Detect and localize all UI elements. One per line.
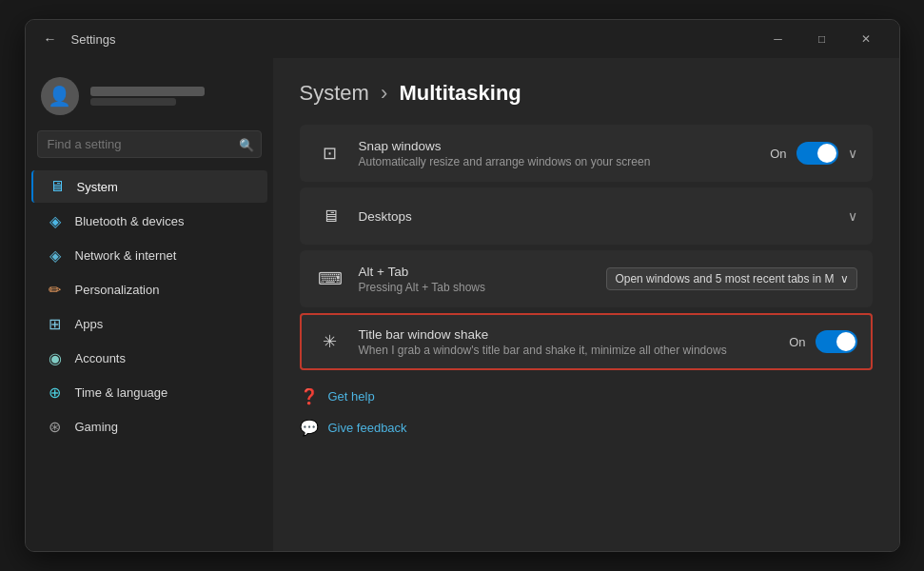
sidebar-item-personalization[interactable]: ✏ Personalization (31, 273, 267, 305)
sidebar: 👤 🔍 🖥 System ◈ Bluetooth & devices (26, 58, 273, 551)
sidebar-item-system[interactable]: 🖥 System (31, 170, 267, 203)
avatar: 👤 (41, 77, 79, 115)
page-title: System › Multitasking (300, 81, 873, 106)
main-content: 👤 🔍 🖥 System ◈ Bluetooth & devices (26, 58, 899, 551)
snap-windows-subtitle: Automatically resize and arrange windows… (359, 155, 757, 168)
alt-tab-row[interactable]: ⌨ Alt + Tab Pressing Alt + Tab shows Ope… (300, 250, 873, 307)
accounts-icon: ◉ (47, 349, 64, 366)
title-bar-toggle[interactable] (816, 330, 857, 353)
main-area: System › Multitasking ⊡ Snap windows Aut… (273, 58, 899, 551)
title-bar-toggle-track[interactable] (816, 330, 857, 353)
title-bar-shake-icon: ✳ (315, 326, 345, 357)
title-bar-toggle-thumb (836, 332, 855, 351)
network-icon: ◈ (47, 246, 64, 264)
user-icon: 👤 (48, 85, 71, 108)
sidebar-item-label: Apps (75, 317, 104, 331)
apps-icon: ⊞ (47, 315, 64, 332)
back-button[interactable]: ← (37, 26, 64, 52)
search-input[interactable] (37, 130, 262, 158)
close-button[interactable]: ✕ (844, 24, 888, 54)
alt-tab-dropdown-chevron: ∨ (840, 272, 849, 286)
personalization-icon: ✏ (47, 281, 64, 298)
minimize-button[interactable]: ─ (757, 24, 800, 54)
desktops-row[interactable]: 🖥 Desktops ∨ (300, 187, 873, 245)
breadcrumb-current: Multitasking (399, 81, 521, 105)
feedback-icon: 💬 (300, 419, 319, 437)
get-help-icon: ❓ (300, 387, 319, 405)
user-sub-blurred (90, 98, 176, 106)
title-bar-shake-card: ✳ Title bar window shake When I grab a w… (300, 313, 873, 370)
desktops-text: Desktops (359, 209, 835, 224)
sidebar-item-apps[interactable]: ⊞ Apps (31, 307, 267, 340)
maximize-button[interactable]: □ (800, 24, 844, 54)
sidebar-item-network[interactable]: ◈ Network & internet (31, 239, 267, 271)
desktops-icon: 🖥 (315, 201, 345, 231)
search-box[interactable]: 🔍 (37, 130, 262, 158)
user-section: 👤 (26, 69, 273, 130)
snap-windows-controls: On ∨ (770, 142, 856, 165)
get-help-label: Get help (328, 389, 375, 404)
desktops-card: 🖥 Desktops ∨ (300, 187, 873, 245)
sidebar-item-label: Bluetooth & devices (75, 214, 185, 228)
desktops-chevron-icon: ∨ (848, 208, 857, 224)
title-bar-shake-text: Title bar window shake When I grab a win… (359, 327, 777, 357)
title-bar-shake-subtitle: When I grab a window's title bar and sha… (359, 344, 777, 357)
window-title: Settings (71, 32, 757, 47)
sidebar-item-label: Accounts (75, 351, 126, 365)
snap-windows-card: ⊡ Snap windows Automatically resize and … (300, 125, 873, 182)
user-name-blurred (90, 87, 205, 96)
sidebar-item-label: Gaming (75, 420, 119, 434)
feedback-link[interactable]: 💬 Give feedback (300, 417, 873, 439)
title-bar-shake-controls: On (789, 330, 856, 353)
snap-toggle[interactable] (796, 142, 838, 165)
title-bar-toggle-label: On (789, 335, 805, 349)
bluetooth-icon: ◈ (47, 212, 64, 229)
title-bar-shake-row[interactable]: ✳ Title bar window shake When I grab a w… (300, 313, 873, 370)
footer-links: ❓ Get help 💬 Give feedback (300, 385, 873, 439)
alt-tab-dropdown-value: Open windows and 5 most recent tabs in M (615, 272, 834, 286)
window-controls: ─ □ ✕ (757, 24, 888, 54)
snap-windows-icon: ⊡ (315, 138, 345, 168)
breadcrumb-parent: System (300, 81, 369, 105)
sidebar-item-label: Time & language (75, 385, 168, 400)
sidebar-item-accounts[interactable]: ◉ Accounts (31, 342, 267, 374)
desktops-title: Desktops (359, 209, 835, 224)
alt-tab-title: Alt + Tab (359, 265, 594, 279)
snap-toggle-thumb (817, 144, 836, 163)
snap-chevron-icon: ∨ (848, 146, 857, 161)
alt-tab-dropdown[interactable]: Open windows and 5 most recent tabs in M… (606, 267, 856, 290)
system-icon: 🖥 (49, 178, 66, 195)
alt-tab-card: ⌨ Alt + Tab Pressing Alt + Tab shows Ope… (300, 250, 873, 307)
sidebar-item-time[interactable]: ⊕ Time & language (31, 376, 267, 408)
snap-windows-title: Snap windows (359, 139, 757, 153)
alt-tab-icon: ⌨ (315, 264, 345, 294)
titlebar: ← Settings ─ □ ✕ (26, 20, 899, 58)
snap-toggle-track[interactable] (796, 142, 838, 165)
sidebar-item-gaming[interactable]: ⊛ Gaming (31, 410, 267, 443)
desktops-controls: ∨ (848, 208, 857, 224)
snap-toggle-label: On (770, 147, 786, 161)
title-bar-shake-title: Title bar window shake (359, 327, 777, 342)
time-icon: ⊕ (47, 384, 64, 401)
feedback-label: Give feedback (328, 421, 407, 435)
get-help-link[interactable]: ❓ Get help (300, 385, 873, 407)
page-header: System › Multitasking (300, 81, 873, 106)
user-info (90, 87, 205, 106)
snap-windows-text: Snap windows Automatically resize and ar… (359, 139, 757, 168)
settings-window: ← Settings ─ □ ✕ 👤 (25, 19, 900, 552)
alt-tab-controls: Open windows and 5 most recent tabs in M… (606, 267, 856, 290)
sidebar-item-bluetooth[interactable]: ◈ Bluetooth & devices (31, 205, 267, 237)
snap-windows-row[interactable]: ⊡ Snap windows Automatically resize and … (300, 125, 873, 182)
sidebar-item-label: Personalization (75, 283, 160, 297)
gaming-icon: ⊛ (47, 418, 64, 435)
breadcrumb-separator: › (381, 81, 387, 105)
sidebar-item-label: Network & internet (75, 248, 177, 263)
alt-tab-subtitle: Pressing Alt + Tab shows (359, 281, 594, 294)
alt-tab-text: Alt + Tab Pressing Alt + Tab shows (359, 265, 594, 294)
sidebar-item-label: System (77, 180, 118, 194)
